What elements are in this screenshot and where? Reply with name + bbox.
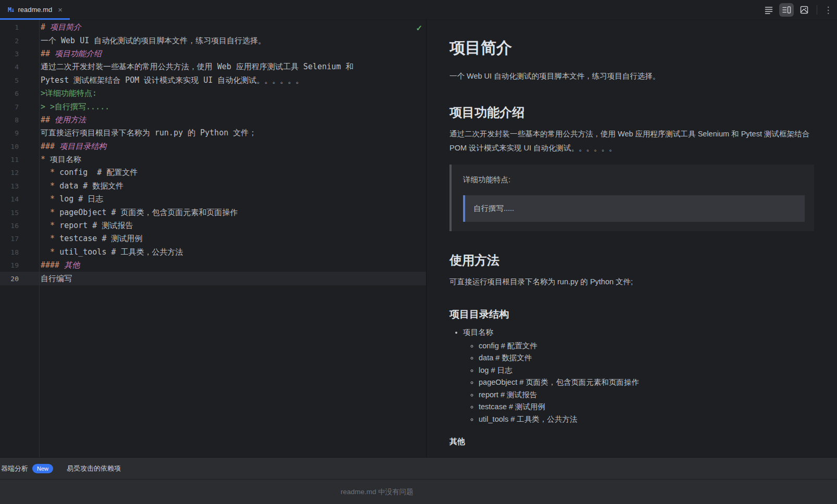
editor-only-view-icon[interactable] [761, 3, 776, 17]
inspections-ok-check-icon: ✓ [416, 23, 422, 33]
problems-tab-strip: 器端分析 New 易受攻击的依赖项 [0, 458, 837, 480]
editor-line[interactable]: 12 * config # 配置文件 [0, 166, 426, 179]
list-item: pageObject # 页面类，包含页面元素和页面操作 [479, 376, 814, 389]
editor-line[interactable]: 20自行编写 [0, 272, 426, 285]
editor-line[interactable]: 15 * pageObject # 页面类，包含页面元素和页面操作 [0, 206, 426, 219]
tab-close-icon[interactable]: × [58, 6, 63, 14]
list-item-text: 项目名称 [463, 328, 493, 336]
line-number: 2 [0, 37, 19, 45]
preview-sublist: config # 配置文件data # 数据文件log # 日志pageObje… [463, 340, 814, 426]
code-text: * report # 测试报告 [19, 221, 133, 231]
split-view-icon[interactable] [779, 3, 794, 17]
code-text: * data # 数据文件 [19, 181, 123, 191]
nested-blockquote-text: 自行撰写..... [473, 201, 796, 216]
line-number: 10 [0, 143, 19, 150]
code-text: >详细功能特点: [19, 89, 97, 98]
editor-line[interactable]: 18 * util_tools # 工具类，公共方法 [0, 246, 426, 259]
gutter-divider [39, 20, 40, 457]
line-number: 16 [0, 222, 19, 230]
editor-line[interactable]: 17 * testcase # 测试用例 [0, 232, 426, 245]
preview-paragraph: 通过二次开发封装一些基本的常用公共方法，使用 Web 应用程序测试工具 Sele… [449, 127, 814, 155]
code-text: # 项目简介 [19, 22, 81, 32]
preview-h2-usage: 使用方法 [449, 252, 814, 269]
more-options-icon[interactable]: ⋮ [822, 5, 834, 16]
code-text: 一个 Web UI 自动化测试的项目脚本文件，练习项目自行选择。 [19, 36, 266, 46]
editor-line[interactable]: 1# 项目简介 [0, 21, 426, 34]
editor-tab-bar: M↓ readme.md × [0, 0, 837, 20]
editor-line[interactable]: 11* 项目名称 [0, 153, 426, 166]
preview-only-view-icon[interactable] [797, 3, 811, 17]
editor-line[interactable]: 7> >自行撰写..... [0, 100, 426, 113]
ide-window: M↓ readme.md × [0, 0, 837, 504]
tab-vulnerable-dependencies[interactable]: 易受攻击的依赖项 [67, 464, 121, 473]
code-text: ### 项目目录结构 [19, 142, 106, 152]
editor-line[interactable]: 10### 项目目录结构 [0, 140, 426, 153]
code-text: * testcase # 测试用例 [19, 234, 142, 244]
preview-h2-features: 项目功能介绍 [449, 104, 814, 121]
editor-line[interactable]: 4通过二次开发封装一些基本的常用公共方法，使用 Web 应用程序测试工具 Sel… [0, 60, 426, 73]
tab-title: readme.md [18, 6, 52, 14]
editor-line[interactable]: 19#### 其他 [0, 259, 426, 272]
code-text: 自行编写 [19, 274, 72, 284]
markdown-preview-pane: 项目简介 一个 Web UI 自动化测试的项目脚本文件，练习项目自行选择。 项目… [426, 20, 837, 457]
preview-h3-structure: 项目目录结构 [449, 308, 814, 321]
code-text: ## 项目功能介绍 [19, 49, 102, 59]
list-item: config # 配置文件 [479, 340, 814, 352]
line-number: 3 [0, 50, 19, 58]
editor-line[interactable]: 14 * log # 日志 [0, 193, 426, 206]
preview-nested-blockquote: 自行撰写..... [463, 195, 805, 222]
line-number: 4 [0, 63, 19, 71]
code-text: 可直接运行项目根目录下名称为 run.py 的 Python 文件； [19, 128, 257, 138]
code-text: * 项目名称 [19, 155, 81, 165]
code-text: #### 其他 [19, 260, 80, 270]
preview-paragraph: 一个 Web UI 自动化测试的项目脚本文件，练习项目自行选择。 [449, 69, 814, 83]
tab-server-side-analysis[interactable]: 器端分析 New [1, 464, 53, 473]
new-badge: New [32, 464, 53, 473]
code-text: * log # 日志 [19, 194, 103, 204]
line-number: 9 [0, 129, 19, 137]
markdown-source-editor[interactable]: 1# 项目简介2一个 Web UI 自动化测试的项目脚本文件，练习项目自行选择。… [0, 20, 426, 457]
editor-line[interactable]: 16 * report # 测试报告 [0, 219, 426, 232]
code-text: > >自行撰写..... [19, 102, 109, 112]
editor-line[interactable]: 13 * data # 数据文件 [0, 180, 426, 193]
list-item: util_tools # 工具类，公共方法 [479, 413, 814, 426]
editor-lines: 1# 项目简介2一个 Web UI 自动化测试的项目脚本文件，练习项目自行选择。… [0, 20, 426, 285]
editor-line[interactable]: 9可直接运行项目根目录下名称为 run.py 的 Python 文件； [0, 127, 426, 140]
preview-paragraph: 可直接运行项目根目录下名称为 run.py 的 Python 文件; [449, 275, 814, 289]
line-number: 17 [0, 235, 19, 243]
code-text: * config # 配置文件 [19, 168, 138, 178]
problems-content: readme.md 中没有问题 [0, 480, 837, 504]
preview-list: 项目名称 config # 配置文件data # 数据文件log # 日志pag… [449, 326, 814, 425]
line-number: 15 [0, 209, 19, 217]
tab-label: 器端分析 [1, 464, 28, 473]
list-item: report # 测试报告 [479, 389, 814, 401]
line-number: 8 [0, 116, 19, 124]
editor-line[interactable]: 2一个 Web UI 自动化测试的项目脚本文件，练习项目自行选择。 [0, 34, 426, 47]
list-item: log # 日志 [479, 364, 814, 377]
preview-layout-controls: ⋮ [761, 0, 834, 20]
editor-line[interactable]: 8## 使用方法 [0, 114, 426, 127]
line-number: 18 [0, 248, 19, 256]
preview-h4-other: 其他 [449, 437, 814, 447]
editor-tab-readme[interactable]: M↓ readme.md × [0, 0, 70, 19]
line-number: 12 [0, 169, 19, 177]
blockquote-text: 详细功能特点: [463, 173, 805, 187]
toolbar-separator [817, 5, 817, 15]
markdown-file-icon: M↓ [8, 6, 14, 14]
list-item: data # 数据文件 [479, 352, 814, 364]
list-item: testcase # 测试用例 [479, 401, 814, 413]
editor-line[interactable]: 5Pytest 测试框架结合 POM 设计模式来实现 UI 自动化测试。。。。。… [0, 74, 426, 87]
code-text: * util_tools # 工具类，公共方法 [19, 247, 183, 257]
line-number: 7 [0, 103, 19, 111]
code-text: ## 使用方法 [19, 115, 86, 125]
code-text: * pageObject # 页面类，包含页面元素和页面操作 [19, 208, 238, 218]
line-number: 11 [0, 156, 19, 163]
line-number: 13 [0, 182, 19, 190]
editor-line[interactable]: 3## 项目功能介绍 [0, 47, 426, 60]
problems-tool-window: 器端分析 New 易受攻击的依赖项 readme.md 中没有问题 [0, 457, 837, 504]
editor-line[interactable]: 6>详细功能特点: [0, 87, 426, 100]
line-number: 6 [0, 90, 19, 97]
line-number: 5 [0, 77, 19, 84]
preview-blockquote: 详细功能特点: 自行撰写..... [449, 165, 814, 231]
line-number: 14 [0, 195, 19, 203]
